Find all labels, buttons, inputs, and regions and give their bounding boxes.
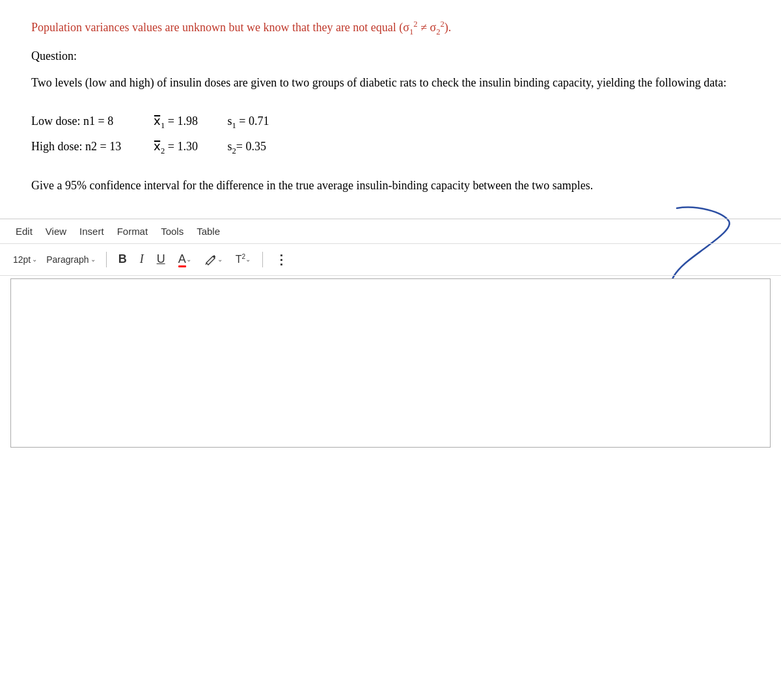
font-color-chevron: ⌄	[186, 256, 191, 263]
low-dose-row: Low dose: n1 = 8 x̅1 = 1.98 s1 = 0.71	[31, 111, 750, 133]
superscript-label: T2	[236, 253, 245, 265]
low-dose-values: x̅1 = 1.98 s1 = 0.71	[154, 111, 269, 133]
editor-container: Edit View Insert Format Tools Table 12pt…	[0, 219, 781, 448]
more-options-button[interactable]: ⋮	[269, 249, 293, 270]
menu-insert[interactable]: Insert	[79, 226, 104, 237]
bold-button[interactable]: B	[113, 250, 132, 269]
high-dose-mean: x̅2 = 1.30	[154, 136, 198, 158]
low-dose-s: s1 = 0.71	[219, 111, 269, 133]
menu-bar: Edit View Insert Format Tools Table	[0, 219, 781, 244]
high-dose-s: s2= 0.35	[219, 136, 266, 158]
high-dose-values: x̅2 = 1.30 s2= 0.35	[154, 136, 266, 158]
question-label: Question:	[31, 49, 750, 63]
main-content: Population variances values are unknown …	[0, 0, 781, 195]
red-statement: Population variances values are unknown …	[31, 18, 750, 38]
paragraph-label: Paragraph	[46, 254, 89, 265]
paragraph-chevron: ⌄	[90, 256, 96, 263]
menu-table[interactable]: Table	[197, 226, 220, 237]
pen-icon	[204, 253, 217, 266]
superscript-button[interactable]: T2 ⌄	[230, 250, 256, 268]
highlight-button[interactable]: ⌄	[199, 250, 228, 269]
low-dose-mean: x̅1 = 1.98	[154, 111, 198, 133]
menu-format[interactable]: Format	[117, 226, 148, 237]
font-size-select[interactable]: 12pt ⌄	[10, 253, 40, 266]
toolbar-divider-1	[106, 252, 107, 267]
font-color-button[interactable]: A ⌄	[173, 250, 197, 269]
low-dose-label: Low dose: n1 = 8	[31, 111, 135, 131]
font-size-value: 12pt	[13, 254, 31, 265]
high-dose-row: High dose: n2 = 13 x̅2 = 1.30 s2= 0.35	[31, 136, 750, 158]
toolbar: 12pt ⌄ Paragraph ⌄ B I U A ⌄	[0, 244, 781, 276]
editor-textarea[interactable]	[10, 278, 771, 448]
problem-text: Two levels (low and high) of insulin dos…	[31, 74, 750, 92]
high-dose-label: High dose: n2 = 13	[31, 136, 135, 157]
menu-edit[interactable]: Edit	[16, 226, 33, 237]
menu-view[interactable]: View	[46, 226, 66, 237]
confidence-text: Give a 95% confidence interval for the d…	[31, 176, 750, 195]
font-color-a: A	[178, 252, 186, 266]
toolbar-divider-2	[262, 252, 263, 267]
font-size-chevron: ⌄	[32, 256, 37, 263]
menu-tools[interactable]: Tools	[161, 226, 184, 237]
superscript-chevron: ⌄	[245, 256, 251, 263]
italic-button[interactable]: I	[135, 250, 149, 269]
underline-button[interactable]: U	[152, 250, 171, 269]
paragraph-select[interactable]: Paragraph ⌄	[42, 253, 99, 266]
highlight-chevron: ⌄	[217, 256, 223, 263]
data-section: Low dose: n1 = 8 x̅1 = 1.98 s1 = 0.71 Hi…	[31, 111, 750, 158]
